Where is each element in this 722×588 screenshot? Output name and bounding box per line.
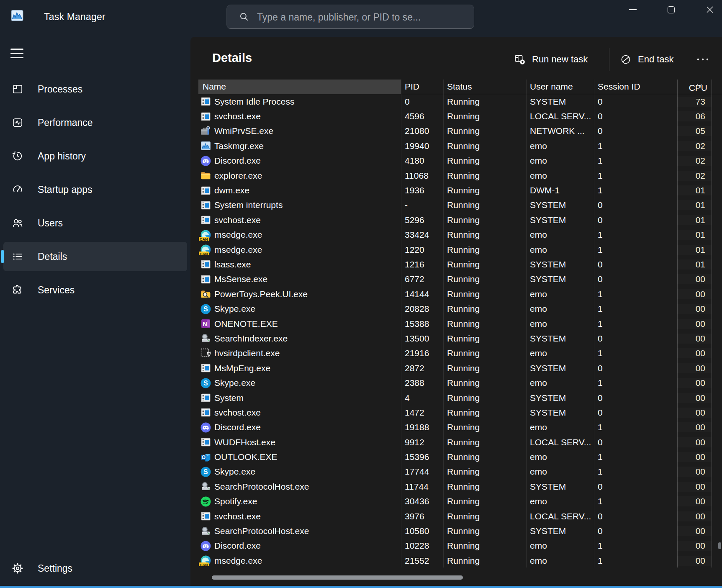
process-row[interactable]: System interrupts-RunningSYSTEM001 bbox=[198, 198, 722, 213]
process-session-id: 0 bbox=[594, 408, 677, 418]
process-session-id: 0 bbox=[594, 200, 677, 210]
process-row[interactable]: System Idle Process0RunningSYSTEM073 bbox=[198, 94, 722, 109]
minimize-button[interactable] bbox=[623, 0, 642, 19]
process-name-cell: svchost.exe bbox=[198, 511, 401, 522]
process-row[interactable]: NONENOTE.EXE15388Runningemo100 bbox=[198, 316, 722, 331]
sidebar-item-startup-apps[interactable]: Startup apps bbox=[0, 173, 190, 206]
vertical-scrollbar-thumb[interactable] bbox=[718, 542, 721, 549]
process-session-id: 0 bbox=[594, 259, 677, 270]
end-task-button[interactable]: End task bbox=[620, 51, 674, 68]
process-row[interactable]: SSkype.exe17744Runningemo100 bbox=[198, 465, 722, 479]
outlook-icon: O bbox=[200, 452, 211, 463]
process-name: Spotify.exe bbox=[214, 496, 257, 506]
process-row[interactable]: svchost.exe1472RunningSYSTEM000 bbox=[198, 405, 722, 420]
process-session-id: 0 bbox=[594, 274, 677, 284]
process-row[interactable]: MsSense.exe6772RunningSYSTEM000 bbox=[198, 272, 722, 287]
process-status: Running bbox=[443, 541, 526, 551]
sidebar-nav: ProcessesPerformanceApp historyStartup a… bbox=[0, 72, 190, 307]
process-row[interactable]: System4RunningSYSTEM000 bbox=[198, 390, 722, 405]
sidebar-item-label: App history bbox=[38, 151, 86, 162]
process-name: OUTLOOK.EXE bbox=[214, 452, 277, 462]
process-row[interactable]: PowerToys.Peek.UI.exe14144Runningemo100 bbox=[198, 287, 722, 301]
process-row[interactable]: WUDFHost.exe9912RunningLOCAL SERV...000 bbox=[198, 435, 722, 449]
navigation-menu-button[interactable] bbox=[10, 46, 26, 61]
process-status: Running bbox=[443, 393, 526, 403]
process-cpu: 01 bbox=[677, 259, 712, 270]
sidebar-item-label: Services bbox=[38, 285, 75, 296]
sidebar-item-performance[interactable]: Performance bbox=[0, 106, 190, 139]
process-table: System Idle Process0RunningSYSTEM073svch… bbox=[198, 94, 722, 567]
process-name: hvsirdpclient.exe bbox=[214, 348, 280, 358]
sidebar-item-services[interactable]: Services bbox=[0, 273, 190, 307]
svg-text:S: S bbox=[203, 380, 208, 387]
maximize-button[interactable] bbox=[661, 0, 681, 19]
column-header-user[interactable]: User name bbox=[526, 80, 594, 94]
settings-gear-icon bbox=[11, 562, 24, 575]
process-row[interactable]: svchost.exe4596RunningLOCAL SERV...006 bbox=[198, 109, 722, 123]
process-name-cell: SSkype.exe bbox=[198, 377, 401, 389]
horizontal-scrollbar-thumb[interactable] bbox=[212, 575, 463, 580]
process-status: Running bbox=[443, 378, 526, 388]
process-row[interactable]: Spotify.exe30436Runningemo100 bbox=[198, 494, 722, 509]
process-row[interactable]: lsass.exe1216RunningSYSTEM001 bbox=[198, 257, 722, 272]
process-row[interactable]: SSkype.exe2388Runningemo100 bbox=[198, 375, 722, 390]
run-new-task-button[interactable]: Run new task bbox=[514, 51, 588, 68]
process-name-cell: MsSense.exe bbox=[198, 274, 401, 285]
process-status: Running bbox=[443, 230, 526, 240]
process-user-name: DWM-1 bbox=[526, 185, 594, 195]
search-icon bbox=[239, 11, 249, 22]
process-row[interactable]: SSkype.exe20828Runningemo100 bbox=[198, 301, 722, 316]
process-status: Running bbox=[443, 348, 526, 358]
process-row[interactable]: svchost.exe5296RunningSYSTEM001 bbox=[198, 213, 722, 227]
process-pid: 19940 bbox=[401, 141, 443, 151]
sidebar-item-details[interactable]: Details bbox=[0, 240, 190, 273]
process-row[interactable]: Taskmgr.exe19940Runningemo102 bbox=[198, 139, 722, 153]
process-session-id: 1 bbox=[594, 496, 677, 506]
process-pid: 11744 bbox=[401, 482, 443, 492]
process-name: Discord.exe bbox=[214, 156, 261, 166]
sidebar-item-users[interactable]: Users bbox=[0, 206, 190, 240]
process-row[interactable]: MsMpEng.exe2872RunningSYSTEM000 bbox=[198, 361, 722, 375]
process-cpu: 02 bbox=[677, 141, 712, 151]
process-row[interactable]: Discord.exe4180Runningemo102 bbox=[198, 154, 722, 168]
process-row[interactable]: svchost.exe3976RunningLOCAL SERV...000 bbox=[198, 509, 722, 524]
process-row[interactable]: dwm.exe1936RunningDWM-1101 bbox=[198, 183, 722, 198]
process-row[interactable]: CANmsedge.exe1220Runningemo101 bbox=[198, 242, 722, 257]
close-button[interactable] bbox=[700, 0, 719, 19]
sidebar-item-settings[interactable]: Settings bbox=[0, 552, 190, 585]
process-row[interactable]: OOUTLOOK.EXE15396Runningemo100 bbox=[198, 449, 722, 464]
process-status: Running bbox=[443, 467, 526, 477]
process-row[interactable]: Discord.exe10228Runningemo100 bbox=[198, 539, 722, 553]
process-status: Running bbox=[443, 363, 526, 373]
process-user-name: emo bbox=[526, 141, 594, 151]
sidebar-item-processes[interactable]: Processes bbox=[0, 72, 190, 106]
system-window-icon bbox=[200, 96, 211, 107]
process-row[interactable]: hvsirdpclient.exe21916Runningemo100 bbox=[198, 346, 722, 361]
process-name: MsMpEng.exe bbox=[214, 363, 270, 373]
process-row[interactable]: SearchIndexer.exe13500RunningSYSTEM000 bbox=[198, 331, 722, 346]
process-row[interactable]: explorer.exe11068Runningemo102 bbox=[198, 168, 722, 183]
process-user-name: emo bbox=[526, 467, 594, 477]
process-user-name: emo bbox=[526, 496, 594, 506]
column-header-session[interactable]: Session ID bbox=[594, 80, 677, 94]
process-name: SearchProtocolHost.exe bbox=[214, 526, 309, 536]
more-options-button[interactable] bbox=[691, 51, 714, 68]
column-header-status[interactable]: Status bbox=[443, 80, 526, 94]
process-name-cell: Taskmgr.exe bbox=[198, 140, 401, 151]
process-pid: 21916 bbox=[401, 348, 443, 358]
process-row[interactable]: SearchProtocolHost.exe11744RunningSYSTEM… bbox=[198, 479, 722, 494]
sidebar-item-app-history[interactable]: App history bbox=[0, 139, 190, 173]
process-row[interactable]: SearchProtocolHost.exe10580RunningSYSTEM… bbox=[198, 524, 722, 538]
process-status: Running bbox=[443, 319, 526, 329]
process-row[interactable]: WmiPrvSE.exe21080RunningNETWORK ...005 bbox=[198, 124, 722, 139]
process-row[interactable]: Discord.exe19188Runningemo100 bbox=[198, 420, 722, 435]
search-input[interactable] bbox=[256, 5, 467, 29]
table-header-row: NamePIDStatusUser nameSession IDCPU bbox=[198, 80, 722, 94]
column-header-name[interactable]: Name bbox=[198, 80, 401, 94]
process-row[interactable]: CANmsedge.exe33424Runningemo101 bbox=[198, 228, 722, 242]
horizontal-scrollbar[interactable] bbox=[198, 574, 714, 581]
column-header-cpu[interactable]: CPU bbox=[677, 80, 712, 94]
column-header-pid[interactable]: PID bbox=[401, 80, 443, 94]
process-session-id: 0 bbox=[594, 393, 677, 403]
process-row[interactable]: CANmsedge.exe21552Runningemo100 bbox=[198, 553, 722, 567]
